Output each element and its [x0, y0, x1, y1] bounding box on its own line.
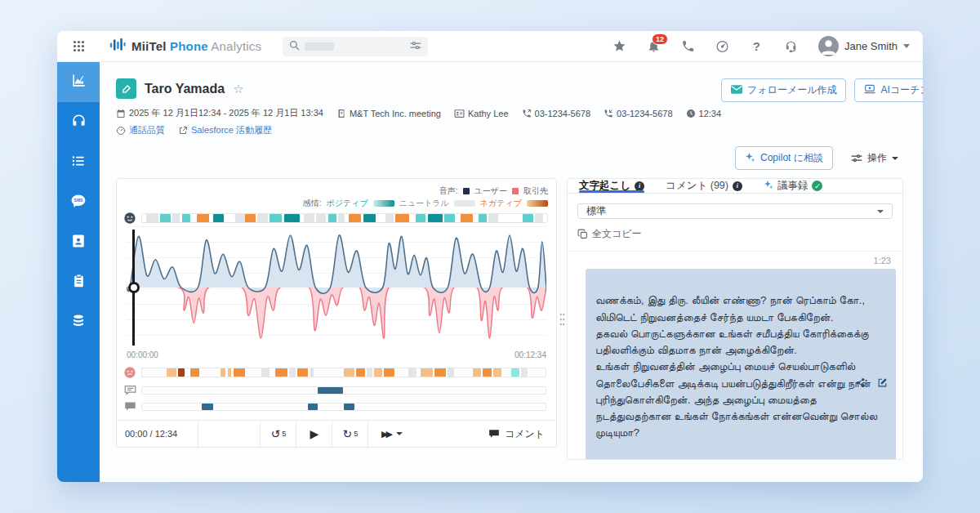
tab-transcript[interactable]: 文字起こし i — [579, 179, 644, 193]
mail-icon — [731, 85, 742, 96]
contact-book-icon — [71, 234, 86, 252]
operations-dropdown[interactable]: 操作 — [846, 147, 903, 169]
edit-record-icon[interactable] — [116, 78, 136, 99]
company-meeting: M&T Tech Inc. meeting — [336, 109, 441, 118]
page-title: Taro Yamada — [145, 82, 225, 96]
playhead-knob[interactable] — [128, 282, 140, 293]
call-datetime: 2025 年 12 月1日12:34 - 2025 年 12 月1日 13:34 — [116, 107, 323, 119]
chart-legend: 音声: ユーザー 取引先 感情: ポジティブ ニュートラル — [117, 179, 556, 209]
message-timestamp: 1:23 — [568, 256, 891, 265]
search-query-blur — [305, 42, 334, 51]
main-content: Taro Yamada ☆ 2025 年 12 月1日12:34 - 2025 … — [100, 62, 923, 482]
sidebar-item-sms[interactable]: SMS — [57, 182, 100, 222]
chevron-down-icon — [877, 210, 884, 213]
phone-icon[interactable] — [681, 39, 695, 53]
sentiment-timeline-client[interactable] — [141, 368, 546, 377]
rewind-5-button[interactable]: ↺5 — [260, 421, 296, 447]
chevron-down-icon — [892, 157, 898, 160]
copy-all-button[interactable]: 全文コピー — [577, 227, 893, 241]
talk-timeline-1[interactable] — [141, 386, 546, 395]
follow-mail-button[interactable]: フォローメール作成 — [721, 78, 846, 102]
waveform-chart[interactable] — [127, 226, 546, 349]
user-name: Jane Smith — [844, 40, 898, 52]
sidebar-item-listening[interactable] — [57, 102, 100, 142]
chevron-down-icon — [396, 432, 403, 435]
tab-comments[interactable]: コメント (99) i — [666, 179, 742, 193]
miitel-bars-icon — [109, 37, 126, 56]
client-sentiment-face-icon — [123, 366, 136, 379]
contact-person: Kathy Lee — [454, 109, 509, 118]
sidebar-item-clipboard[interactable] — [57, 262, 100, 302]
sidebar-item-database[interactable] — [57, 302, 100, 342]
talk-timeline-2[interactable] — [141, 403, 546, 411]
sidebar: SMS — [57, 62, 100, 482]
sparkle-icon — [764, 180, 773, 192]
clipboard-icon — [72, 274, 86, 291]
database-icon — [71, 314, 86, 332]
comment-button[interactable]: コメント — [477, 421, 556, 447]
top-bar: MiiTel Phone Analytics 12 — [57, 31, 923, 62]
fast-forward-icon: ▶▶ — [381, 429, 390, 439]
playback-speed-button[interactable]: ▶▶ — [368, 421, 415, 447]
list-icon — [71, 154, 86, 172]
share-icon[interactable] — [855, 360, 866, 394]
transcript-mode-select[interactable]: 標準 — [577, 203, 893, 219]
play-icon: ▶ — [310, 427, 319, 440]
info-icon[interactable]: i — [635, 181, 644, 191]
waveform-user-path — [127, 235, 546, 293]
call-duration: 12:34 — [686, 109, 722, 118]
time-end-label: 00:12:34 — [514, 350, 546, 359]
sms-bubble-icon: SMS — [70, 193, 87, 212]
search-box[interactable] — [283, 37, 428, 56]
notification-count-badge: 12 — [652, 33, 668, 45]
favorite-toggle-star-icon[interactable]: ☆ — [233, 82, 243, 96]
support-agent-icon[interactable] — [784, 39, 798, 53]
sidebar-item-analytics[interactable] — [57, 62, 100, 102]
call-analysis-panel: 音声: ユーザー 取引先 感情: ポジティブ ニュートラル — [116, 178, 557, 448]
salesforce-activity-link[interactable]: Salesforce 活動履歴 — [178, 124, 272, 136]
tab-minutes[interactable]: 議事録 ✓ — [764, 179, 823, 193]
chevron-down-icon — [903, 44, 910, 48]
phone-to: 03-1234-5678 — [604, 109, 673, 118]
svg-text:SMS: SMS — [74, 198, 84, 203]
avatar — [818, 36, 839, 56]
headphones-icon — [71, 113, 87, 132]
comment-icon — [488, 429, 500, 439]
rewind-icon: ↺ — [271, 427, 281, 440]
ai-coaching-button[interactable]: AIコーチング — [854, 78, 923, 102]
transcript-message[interactable]: வணக்கம், இது திரு. லீயின் எண்ணா? நான் ரெ… — [586, 269, 896, 460]
phone-from: 03-1234-5678 — [522, 109, 591, 118]
player-time: 00:00 / 12:34 — [117, 421, 198, 447]
forward-icon: ↻ — [343, 427, 353, 440]
brand-phone: Phone — [170, 39, 208, 53]
sentiment-timeline-user[interactable] — [141, 213, 548, 223]
brand-analytics: Analytics — [211, 39, 261, 53]
panel-resize-handle[interactable] — [557, 178, 567, 460]
info-icon[interactable]: i — [733, 181, 742, 191]
transcript-panel: 文字起こし i コメント (99) i 議事録 ✓ — [567, 178, 903, 460]
brand-logo[interactable]: MiiTel Phone Analytics — [109, 37, 261, 56]
play-button[interactable]: ▶ — [296, 421, 332, 447]
favorite-star-icon[interactable] — [612, 39, 626, 53]
notifications-bell-icon[interactable]: 12 — [647, 39, 661, 53]
sidebar-item-list[interactable] — [57, 142, 100, 182]
legend-neutral-swatch — [454, 200, 475, 207]
edit-icon[interactable] — [877, 360, 888, 394]
keyword-bubble-icon — [123, 385, 136, 395]
search-input[interactable] — [339, 41, 405, 52]
copy-icon — [577, 229, 588, 239]
dashboard-gauge-icon[interactable] — [715, 39, 729, 53]
sidebar-item-contacts[interactable] — [57, 222, 100, 262]
forward-5-button[interactable]: ↻5 — [332, 421, 368, 447]
apps-grid-icon[interactable] — [72, 39, 86, 53]
sparkle-icon — [745, 152, 755, 165]
user-menu[interactable]: Jane Smith — [818, 36, 910, 56]
legend-negative-swatch — [527, 200, 548, 207]
call-quality-link[interactable]: 通話品質 — [116, 124, 165, 136]
check-circle-icon: ✓ — [812, 181, 822, 191]
filter-sliders-icon[interactable] — [410, 39, 421, 54]
analytics-chart-icon — [71, 73, 87, 91]
time-start-label: 00:00:00 — [127, 350, 158, 359]
copilot-button[interactable]: Copilot に相談 — [735, 146, 833, 170]
help-icon[interactable]: ? — [750, 39, 764, 53]
